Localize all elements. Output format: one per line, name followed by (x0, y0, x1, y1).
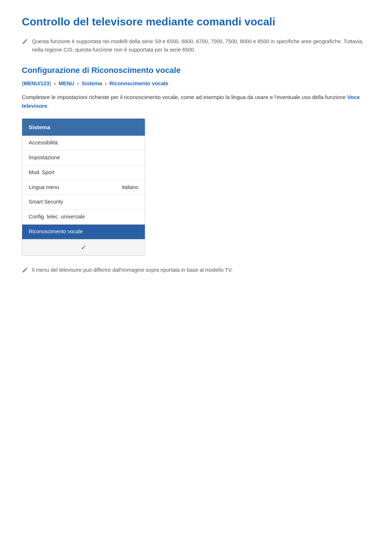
checkmark-icon: ✓ (81, 244, 86, 251)
menu-item-label: Riconoscimento vocale (29, 228, 83, 236)
menu-item-label: Lingua menu (29, 184, 59, 192)
breadcrumb-chevron-2: › (77, 81, 80, 86)
menu-item-lingua-menu[interactable]: Lingua menu Italiano (22, 180, 145, 195)
pencil-icon-bottom (22, 267, 28, 276)
breadcrumb-chevron-3: › (105, 81, 108, 86)
menu-item-label: Mod. Sport (29, 169, 54, 177)
menu-item-label: Accessibilità (29, 139, 58, 147)
menu-footer: ✓ (22, 239, 145, 255)
description-end: . (47, 103, 49, 109)
breadcrumb-chevron-1: › (54, 81, 57, 86)
breadcrumb-item-1: MENU (59, 81, 74, 86)
description-text: Completare le impostazioni richieste per… (22, 93, 370, 110)
menu-item-label: Impostazione (29, 154, 60, 162)
bottom-note-block: Il menu del televisore può differire dal… (22, 266, 370, 276)
menu-item-value: Italiano (122, 184, 138, 191)
pencil-icon (22, 38, 28, 47)
breadcrumb-item-2: Sistema (82, 81, 102, 86)
menu-item-smart-security[interactable]: Smart Security (22, 195, 145, 210)
menu-item-label: Smart Security (29, 198, 63, 206)
breadcrumb-menu-key: MENU/123 (24, 81, 49, 86)
breadcrumb-paren-close: ) (49, 81, 51, 86)
menu-item-label: Config. telec. universale (29, 213, 85, 221)
menu-item-config-telec[interactable]: Config. telec. universale (22, 210, 145, 225)
top-note-block: Questa funzione è supportata nei modelli… (22, 37, 370, 54)
bottom-note-text: Il menu del televisore può differire dal… (32, 266, 233, 274)
top-note-text: Questa funzione è supportata nei modelli… (32, 37, 370, 54)
description-main: Completare le impostazioni richieste per… (22, 94, 346, 100)
section-title: Configurazione di Riconoscimento vocale (22, 64, 370, 76)
menu-item-riconoscimento-vocale[interactable]: Riconoscimento vocale (22, 225, 145, 239)
menu-item-accessibilita[interactable]: Accessibilità (22, 136, 145, 151)
page-title: Controllo del televisore mediante comand… (22, 15, 370, 29)
menu-panel: Sistema Accessibilità Impostazione Mod. … (22, 118, 145, 256)
breadcrumb: (MENU/123) › MENU › Sistema › Riconoscim… (22, 80, 370, 88)
menu-item-mod-sport[interactable]: Mod. Sport (22, 165, 145, 180)
menu-panel-header: Sistema (22, 119, 145, 136)
menu-item-impostazione[interactable]: Impostazione (22, 151, 145, 165)
breadcrumb-item-3: Riconoscimento vocale (110, 81, 168, 86)
